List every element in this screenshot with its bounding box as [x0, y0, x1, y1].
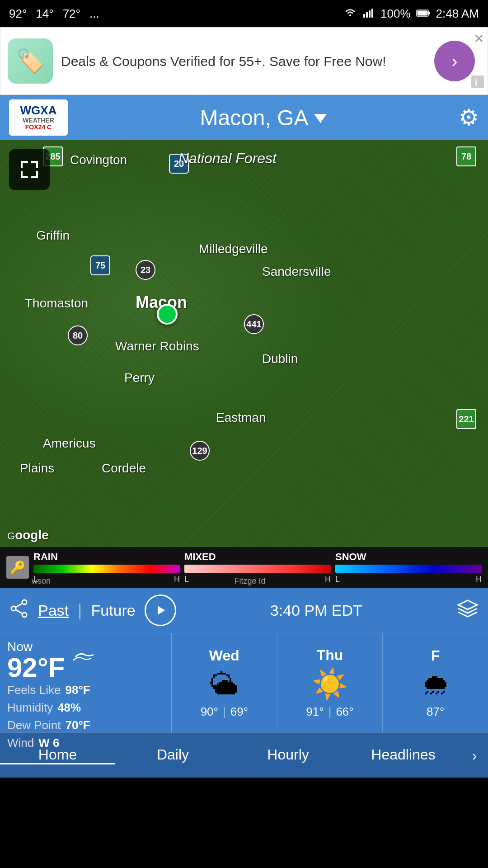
nav-items-container: HomeDailyHourlyHeadlines	[0, 746, 461, 764]
logo-main: WGXA	[20, 104, 57, 117]
controls-bar: Past | Future 3:40 PM EDT	[0, 588, 488, 633]
route-129: 129	[190, 441, 210, 461]
forecast-day-name-0: Wed	[209, 647, 239, 664]
svg-rect-7	[428, 12, 430, 14]
future-button[interactable]: Future	[91, 602, 135, 619]
forecast-sep-1: |	[328, 705, 332, 719]
wifi-icon	[343, 7, 357, 21]
route-441: 441	[244, 314, 264, 334]
forecast-high-1: 91°	[306, 705, 324, 719]
logo-sub: WEATHER	[23, 117, 54, 124]
city-selector[interactable]: Macon, GA	[200, 105, 326, 130]
forecast-low-1: 66°	[336, 705, 353, 719]
humidity-val: 48%	[57, 699, 81, 717]
battery-icon	[416, 7, 431, 21]
svg-point-0	[349, 14, 351, 16]
share-button[interactable]	[9, 599, 29, 623]
settings-button[interactable]: ⚙	[459, 104, 479, 131]
past-button[interactable]: Past	[38, 602, 69, 619]
legend-rain-high: H	[174, 575, 180, 584]
controls-separator: |	[78, 601, 82, 620]
google-watermark: Google	[7, 528, 49, 542]
current-details: Feels Like 98°F Humidity 48% Dew Point 7…	[7, 681, 164, 752]
location-pin	[157, 304, 178, 325]
route-78: 78	[456, 146, 476, 166]
legend-snow-label: SNOW	[335, 551, 366, 563]
nav-item-hourly[interactable]: Hourly	[230, 746, 346, 764]
forecast-high-0: 90°	[201, 705, 218, 719]
svg-point-11	[11, 606, 16, 611]
svg-rect-4	[371, 9, 373, 18]
wgxa-logo: WGXA WEATHER FOX24 C	[9, 99, 68, 136]
forecast-day-2: F 🌧 87°	[383, 633, 488, 732]
map-background: 285 78 20 75 23 80 441 221 129 Covington…	[0, 140, 488, 547]
current-temp: 92°F	[7, 654, 65, 681]
ad-banner[interactable]: 🏷️ Deals & Coupons Verified for 55+. Sav…	[0, 27, 488, 95]
svg-point-12	[22, 613, 27, 617]
status-temp-low: 14°	[36, 7, 53, 21]
legend-mixed-high: H	[325, 575, 331, 584]
weather-panel: Now 92°F Feels Like 98°F Humidity 48%	[0, 633, 488, 732]
nav-item-daily[interactable]: Daily	[115, 746, 230, 764]
play-button[interactable]	[145, 594, 176, 626]
forecast-high-2: 87°	[427, 705, 444, 719]
status-dots: ...	[89, 7, 99, 21]
nav-item-home[interactable]: Home	[0, 746, 115, 764]
status-bar: 92° 14° 72° ... 100%	[0, 0, 488, 27]
ad-icon: 🏷️	[8, 38, 53, 84]
dew-point-val: 70°F	[66, 717, 90, 734]
time-display: 3:40 PM EDT	[185, 602, 447, 619]
forecast-icon-0: 🌥	[210, 668, 239, 701]
signal-icon	[362, 7, 375, 21]
layers-button[interactable]	[456, 599, 479, 623]
map-container[interactable]: 285 78 20 75 23 80 441 221 129 Covington…	[0, 140, 488, 547]
forecast-day-name-2: F	[431, 647, 440, 664]
legend-rain: RAIN L H	[33, 551, 180, 584]
legend-mixed-gradient	[184, 565, 331, 573]
svg-rect-1	[363, 14, 365, 18]
forecast-low-0: 69°	[230, 705, 248, 719]
forecast-day-name-1: Thu	[317, 647, 343, 664]
ad-close-button[interactable]: ✕	[474, 31, 484, 46]
dew-point-label: Dew Point	[7, 717, 61, 734]
forecast-icon-2: 🌧	[421, 668, 450, 701]
svg-marker-16	[458, 600, 477, 609]
svg-line-13	[16, 604, 22, 607]
feels-like-val: 98°F	[66, 681, 90, 699]
forecast-icon-1: ☀️	[312, 667, 348, 701]
legend-snow-gradient	[335, 565, 482, 573]
route-221: 221	[456, 409, 476, 429]
forecast-sep-0: |	[223, 705, 226, 719]
status-temp-current: 72°	[63, 7, 80, 21]
svg-text:i: i	[475, 77, 478, 87]
ad-cta-button[interactable]: ›	[434, 41, 475, 81]
current-weather: Now 92°F Feels Like 98°F Humidity 48%	[0, 633, 172, 732]
legend-city-left: wson	[32, 576, 51, 586]
legend-snow: SNOW L H	[335, 551, 482, 584]
expand-map-button[interactable]	[9, 149, 50, 190]
legend-rain-label: RAIN	[33, 551, 58, 563]
nav-more-button[interactable]: ›	[461, 747, 488, 764]
svg-marker-15	[158, 606, 165, 615]
feels-like-label: Feels Like	[7, 681, 61, 699]
legend-snow-low: L	[335, 575, 340, 584]
humidity-label: Humidity	[7, 699, 53, 717]
legend-rain-gradient	[33, 565, 180, 573]
svg-rect-8	[471, 75, 484, 88]
status-time: 2:48 AM	[436, 7, 479, 21]
route-75: 75	[90, 255, 110, 275]
route-23: 23	[136, 260, 155, 280]
legend-city-mid: Fitzge Id	[234, 576, 265, 586]
route-20: 20	[169, 154, 189, 174]
city-dropdown-arrow	[314, 114, 327, 123]
forecast-day-1: Thu ☀️ 91° |66°	[277, 633, 383, 732]
ad-info-icon[interactable]: i	[471, 75, 484, 91]
legend-mixed-low: L	[184, 575, 189, 584]
svg-rect-6	[417, 10, 427, 15]
logo-fox: FOX24 C	[25, 124, 52, 131]
nav-item-headlines[interactable]: Headlines	[346, 746, 461, 764]
ad-text: Deals & Coupons Verified for 55+. Save f…	[61, 52, 429, 70]
current-weather-icon	[71, 643, 98, 671]
status-temp-high: 92°	[9, 7, 27, 21]
forecast-day-0: Wed 🌥 90° |69°	[172, 633, 277, 732]
